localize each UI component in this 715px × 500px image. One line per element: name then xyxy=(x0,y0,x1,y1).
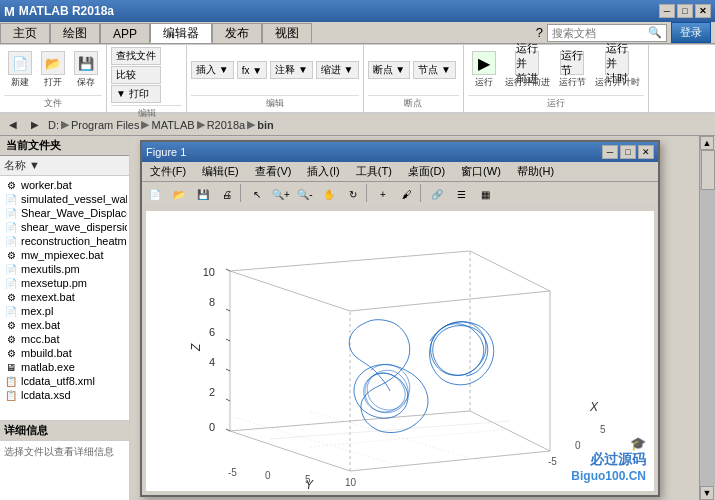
file-name-15: lcdata.xsd xyxy=(21,389,71,401)
figure-maximize[interactable]: □ xyxy=(620,145,636,159)
file-item-lcxsd[interactable]: 📋 lcdata.xsd xyxy=(2,388,127,402)
fig-save-btn[interactable]: 💾 xyxy=(192,184,214,204)
back-button[interactable]: ◀ xyxy=(4,117,22,132)
figure-close[interactable]: ✕ xyxy=(638,145,654,159)
tab-editor[interactable]: 编辑器 xyxy=(150,23,212,43)
close-button[interactable]: ✕ xyxy=(695,4,711,18)
fig-cursor-btn[interactable]: ↖ xyxy=(246,184,268,204)
figure-menu-help[interactable]: 帮助(H) xyxy=(509,162,562,181)
svg-text:Z: Z xyxy=(189,343,203,352)
file-section-label: 文件 xyxy=(4,95,102,110)
fig-colorbar-btn[interactable]: ▦ xyxy=(474,184,496,204)
path-segment-programfiles[interactable]: Program Files xyxy=(71,119,139,131)
file-item-mcc[interactable]: ⚙ mcc.bat xyxy=(2,332,127,346)
indent-button[interactable]: 缩进 ▼ xyxy=(316,61,359,79)
file-item-reconstruction[interactable]: 📄 reconstruction_heatma... xyxy=(2,234,127,248)
figure-menu-file[interactable]: 文件(F) xyxy=(142,162,194,181)
svg-text:5: 5 xyxy=(305,474,311,485)
breakpoint-button[interactable]: 断点 ▼ xyxy=(368,61,411,79)
tab-home[interactable]: 主页 xyxy=(0,23,50,43)
scroll-down-btn[interactable]: ▼ xyxy=(700,486,714,500)
run-advance-button[interactable]: 运行并前进 运行并前进 xyxy=(501,48,554,92)
figure-menu-window[interactable]: 窗口(W) xyxy=(453,162,509,181)
svg-text:10: 10 xyxy=(203,266,215,278)
svg-text:8: 8 xyxy=(209,296,215,308)
print-button[interactable]: ▼ 打印 xyxy=(111,85,161,103)
minimize-button[interactable]: ─ xyxy=(659,4,675,18)
path-segment-bin[interactable]: bin xyxy=(257,119,274,131)
question-icon[interactable]: ? xyxy=(536,25,543,40)
find-files-button[interactable]: 查找文件 xyxy=(111,47,161,65)
path-segment-r2018a[interactable]: R2018a xyxy=(207,119,246,131)
figure-menu-insert[interactable]: 插入(I) xyxy=(299,162,347,181)
file-name-9: mex.pl xyxy=(21,305,53,317)
file-item-matlab[interactable]: 🖥 matlab.exe xyxy=(2,360,127,374)
note-button[interactable]: 注释 ▼ xyxy=(270,61,313,79)
tab-plot[interactable]: 绘图 xyxy=(50,23,100,43)
figure-menu-desktop[interactable]: 桌面(D) xyxy=(400,162,453,181)
file-icon-5: ⚙ xyxy=(4,249,18,261)
tab-app[interactable]: APP xyxy=(100,23,150,43)
file-icon-15: 📋 xyxy=(4,389,18,401)
fig-rotate-btn[interactable]: ↻ xyxy=(342,184,364,204)
column-header[interactable]: 名称 ▼ xyxy=(0,156,129,176)
fig-open-btn[interactable]: 📂 xyxy=(168,184,190,204)
run-section-button[interactable]: 运行节 运行节 xyxy=(555,48,590,92)
figure-menu-tools[interactable]: 工具(T) xyxy=(348,162,400,181)
fig-brush-btn[interactable]: 🖌 xyxy=(396,184,418,204)
breakpoint-buttons: 断点 ▼ 节点 ▼ xyxy=(368,47,459,93)
tab-publish[interactable]: 发布 xyxy=(212,23,262,43)
save-button[interactable]: 💾 保存 xyxy=(70,48,102,92)
tab-view[interactable]: 视图 xyxy=(262,23,312,43)
insert-button[interactable]: 插入 ▼ xyxy=(191,61,234,79)
breakpoint-section-label: 断点 xyxy=(368,95,459,110)
fig-link-btn[interactable]: 🔗 xyxy=(426,184,448,204)
file-item-mexbat[interactable]: ⚙ mex.bat xyxy=(2,318,127,332)
open-button[interactable]: 📂 打开 xyxy=(37,48,69,92)
run-section-icon: 运行节 xyxy=(560,51,584,75)
fig-zoom-out-btn[interactable]: 🔍- xyxy=(294,184,316,204)
forward-button[interactable]: ▶ xyxy=(26,117,44,132)
search-input[interactable] xyxy=(552,27,648,39)
file-item-mbuild[interactable]: ⚙ mbuild.bat xyxy=(2,346,127,360)
fig-print-btn[interactable]: 🖨 xyxy=(216,184,238,204)
fig-zoom-in-btn[interactable]: 🔍+ xyxy=(270,184,292,204)
file-item-shearwave[interactable]: 📄 Shear_Wave_Displace... xyxy=(2,206,127,220)
fx-button[interactable]: fx ▼ xyxy=(237,61,267,79)
login-button[interactable]: 登录 xyxy=(671,22,711,43)
figure-menu-edit[interactable]: 编辑(E) xyxy=(194,162,247,181)
scroll-thumb[interactable] xyxy=(701,150,715,190)
file-name-11: mcc.bat xyxy=(21,333,60,345)
maximize-button[interactable]: □ xyxy=(677,4,693,18)
figure-menu-view[interactable]: 查看(V) xyxy=(247,162,300,181)
run-advance-icon: 运行并前进 xyxy=(515,51,539,75)
file-item-worker[interactable]: ⚙ worker.bat xyxy=(2,178,127,192)
file-item-mwmpi[interactable]: ⚙ mw_mpiexec.bat xyxy=(2,248,127,262)
node-button[interactable]: 节点 ▼ xyxy=(413,61,456,79)
run-time-button[interactable]: 运行并计时 运行并计时 xyxy=(591,48,644,92)
file-item-mexsetup[interactable]: 📄 mexsetup.pm xyxy=(2,276,127,290)
svg-text:0: 0 xyxy=(209,421,215,433)
fig-pan-btn[interactable]: ✋ xyxy=(318,184,340,204)
compare-button[interactable]: 比较 xyxy=(111,66,161,84)
file-name-12: mbuild.bat xyxy=(21,347,72,359)
file-item-mexpl[interactable]: 📄 mex.pl xyxy=(2,304,127,318)
svg-text:X: X xyxy=(589,400,599,414)
watermark: 🎓 必过源码 Biguo100.CN xyxy=(571,436,646,483)
file-item-mexext[interactable]: ⚙ mexext.bat xyxy=(2,290,127,304)
run-button[interactable]: ▶ 运行 xyxy=(468,48,500,92)
fig-data-cursor-btn[interactable]: + xyxy=(372,184,394,204)
scroll-up-btn[interactable]: ▲ xyxy=(700,136,714,150)
figure-minimize[interactable]: ─ xyxy=(602,145,618,159)
file-name-7: mexsetup.pm xyxy=(21,277,87,289)
file-item-simulated[interactable]: 📄 simulated_vessel_wall_... xyxy=(2,192,127,206)
file-item-mexutils[interactable]: 📄 mexutils.pm xyxy=(2,262,127,276)
path-segment-d[interactable]: D: xyxy=(48,119,59,131)
new-button[interactable]: 📄 新建 xyxy=(4,48,36,92)
path-segment-matlab[interactable]: MATLAB xyxy=(151,119,194,131)
file-icon-14: 📋 xyxy=(4,375,18,387)
fig-new-btn[interactable]: 📄 xyxy=(144,184,166,204)
file-item-sheardisp[interactable]: 📄 shear_wave_dispersion... xyxy=(2,220,127,234)
fig-legend-btn[interactable]: ☰ xyxy=(450,184,472,204)
file-item-lcdata[interactable]: 📋 lcdata_utf8.xml xyxy=(2,374,127,388)
